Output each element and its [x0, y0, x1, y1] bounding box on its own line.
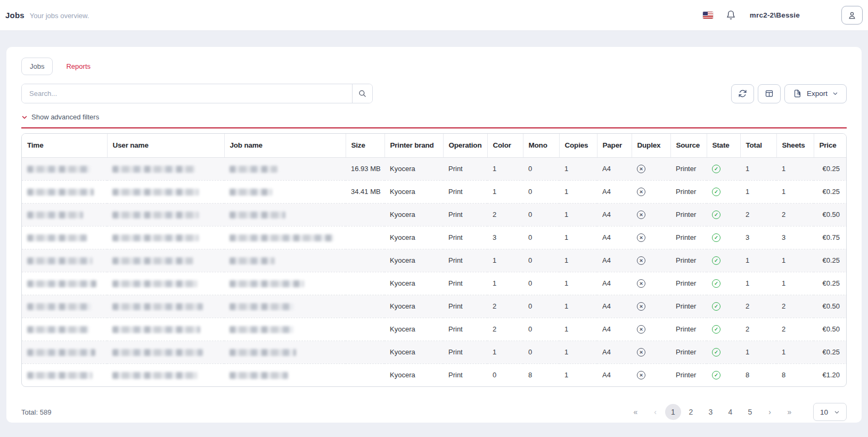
table-row[interactable]: KyoceraPrint201A4✕Printer✓22€0.50 [22, 318, 847, 341]
cell-printer-brand: Kyocera [384, 318, 443, 341]
redacted-text [112, 257, 193, 264]
table-row[interactable]: KyoceraPrint101A4✕Printer✓11€0.25 [22, 341, 847, 363]
cell-job-name [224, 203, 346, 226]
cell-state: ✓ [707, 180, 740, 203]
redacted-text [27, 303, 91, 310]
columns-button[interactable] [758, 84, 781, 103]
pagination-page-3[interactable]: 3 [701, 404, 720, 420]
pagination-page-2[interactable]: 2 [681, 404, 701, 420]
tab-reports[interactable]: Reports [58, 58, 99, 75]
cell-duplex: ✕ [632, 341, 670, 363]
column-header-price[interactable]: Price [814, 134, 847, 157]
table-row[interactable]: KyoceraPrint201A4✕Printer✓22€0.50 [22, 203, 847, 226]
circle-x-icon: ✕ [637, 325, 645, 334]
cell-time [22, 295, 107, 318]
cell-operation: Print [443, 363, 487, 386]
redacted-text [27, 234, 87, 241]
search-button[interactable] [352, 84, 372, 103]
pagination-last-button[interactable]: » [780, 404, 799, 420]
column-header-mono[interactable]: Mono [523, 134, 559, 157]
redacted-text [27, 166, 90, 173]
cell-paper: A4 [597, 318, 632, 341]
bell-icon[interactable] [726, 10, 736, 20]
circle-check-icon: ✓ [712, 165, 720, 173]
show-advanced-filters-toggle[interactable]: Show advanced filters [21, 113, 99, 121]
cell-operation: Print [443, 203, 487, 226]
pagination-page-1[interactable]: 1 [665, 404, 681, 420]
tab-jobs[interactable]: Jobs [21, 58, 53, 75]
total-value: 589 [40, 408, 52, 416]
export-button[interactable]: Export [784, 84, 847, 103]
column-header-state[interactable]: State [707, 134, 740, 157]
cell-color: 2 [487, 295, 523, 318]
pagination-page-4[interactable]: 4 [720, 404, 740, 420]
circle-check-icon: ✓ [712, 256, 720, 265]
table-row[interactable]: 34.41 MBKyoceraPrint101A4✕Printer✓11€0.2… [22, 180, 847, 203]
redacted-text [230, 303, 293, 310]
cell-time [22, 272, 107, 295]
cell-size [346, 318, 384, 341]
cell-sheets: 1 [776, 249, 814, 272]
cell-user-name [107, 226, 224, 249]
column-header-duplex[interactable]: Duplex [632, 134, 670, 157]
topbar-right: mrc2-2\Bessie [703, 6, 863, 25]
circle-x-icon: ✕ [637, 211, 645, 219]
pagination-next-button[interactable]: › [760, 404, 780, 420]
redacted-text [230, 166, 277, 173]
cell-operation: Print [443, 249, 487, 272]
cell-price: €0.25 [814, 180, 847, 203]
table-row[interactable]: KyoceraPrint301A4✕Printer✓33€0.75 [22, 226, 847, 249]
column-header-operation[interactable]: Operation [443, 134, 487, 157]
redacted-text [230, 349, 296, 356]
table-row[interactable]: KyoceraPrint201A4✕Printer✓22€0.50 [22, 295, 847, 318]
redacted-text [112, 212, 199, 218]
cell-operation: Print [443, 272, 487, 295]
column-header-paper[interactable]: Paper [597, 134, 632, 157]
cell-copies: 1 [559, 272, 597, 295]
refresh-button[interactable] [731, 84, 754, 103]
cell-source: Printer [670, 157, 707, 180]
cell-time [22, 341, 107, 363]
column-header-color[interactable]: Color [487, 134, 523, 157]
cell-state: ✓ [707, 157, 740, 180]
search-input[interactable] [22, 84, 352, 103]
column-header-total[interactable]: Total [740, 134, 776, 157]
table-row[interactable]: KyoceraPrint101A4✕Printer✓11€0.25 [22, 249, 847, 272]
cell-time [22, 249, 107, 272]
cell-copies: 1 [559, 226, 597, 249]
column-header-source[interactable]: Source [670, 134, 707, 157]
pagination-first-button[interactable]: « [626, 404, 645, 420]
cell-paper: A4 [597, 226, 632, 249]
column-header-size[interactable]: Size [346, 134, 384, 157]
pagination-prev-button[interactable]: ‹ [645, 404, 665, 420]
redacted-text [230, 280, 304, 287]
table-row[interactable]: KyoceraPrint101A4✕Printer✓11€0.25 [22, 272, 847, 295]
redacted-text [27, 372, 92, 379]
cell-mono: 0 [523, 226, 559, 249]
page-size-select[interactable]: 10 [813, 403, 847, 421]
cell-copies: 1 [559, 203, 597, 226]
column-header-user-name[interactable]: User name [107, 134, 224, 157]
column-header-printer-brand[interactable]: Printer brand [384, 134, 443, 157]
cell-total: 1 [740, 157, 776, 180]
account-button[interactable] [841, 6, 863, 25]
cell-state: ✓ [707, 341, 740, 363]
column-header-job-name[interactable]: Job name [224, 134, 346, 157]
pagination-page-5[interactable]: 5 [740, 404, 760, 420]
table-row[interactable]: 16.93 MBKyoceraPrint101A4✕Printer✓11€0.2… [22, 157, 847, 180]
circle-check-icon: ✓ [712, 188, 720, 196]
cell-user-name [107, 363, 224, 386]
redacted-text [230, 212, 285, 218]
column-header-time[interactable]: Time [22, 134, 107, 157]
cell-total: 1 [740, 341, 776, 363]
cell-color: 2 [487, 318, 523, 341]
us-flag-icon[interactable] [703, 12, 713, 19]
table-row[interactable]: KyoceraPrint081A4✕Printer✓88€1.20 [22, 363, 847, 386]
cell-job-name [224, 363, 346, 386]
circle-check-icon: ✓ [712, 325, 720, 334]
cell-price: €0.25 [814, 272, 847, 295]
redacted-text [27, 280, 96, 287]
column-header-sheets[interactable]: Sheets [776, 134, 814, 157]
jobs-card: Jobs Reports [6, 47, 862, 423]
column-header-copies[interactable]: Copies [559, 134, 597, 157]
